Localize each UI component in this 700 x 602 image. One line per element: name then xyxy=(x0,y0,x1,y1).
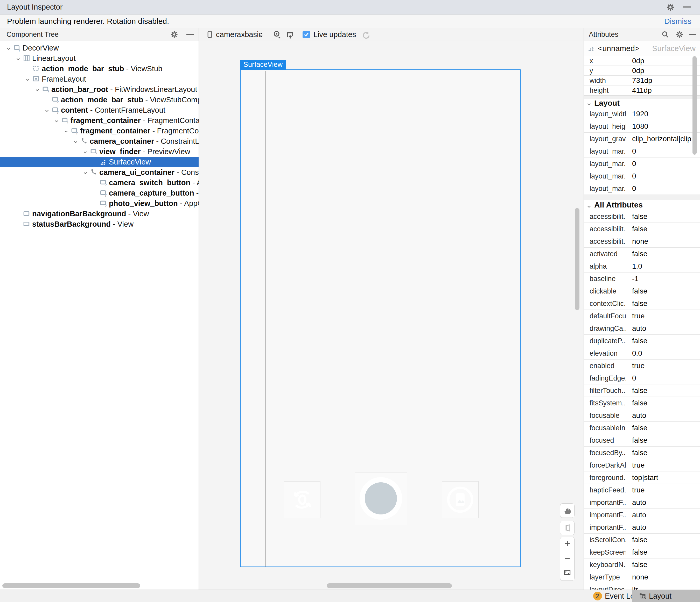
attribute-value[interactable]: 731dp xyxy=(632,76,694,85)
center-horizontal-scrollbar[interactable] xyxy=(327,583,452,588)
attribute-value[interactable]: top|start xyxy=(632,471,694,484)
zoom-fit-button[interactable] xyxy=(564,569,571,578)
tree-row-action_bar_root[interactable]: ?action_bar_root - FitWindowsLinearLayou… xyxy=(0,84,199,95)
tree-expand-chevron-icon[interactable] xyxy=(34,85,42,93)
attribute-value[interactable]: 0 xyxy=(632,372,694,385)
zoom-out-button[interactable] xyxy=(564,554,571,563)
search-icon[interactable] xyxy=(661,30,669,40)
tree-row-statusBarBackground[interactable]: statusBarBackground - View xyxy=(0,219,199,229)
attribute-value[interactable]: false xyxy=(632,546,694,558)
attribute-value[interactable]: true xyxy=(632,360,694,372)
attribute-value[interactable]: clip_horizontal|clip xyxy=(632,133,694,145)
attribute-value[interactable]: none xyxy=(632,571,694,583)
attribute-value[interactable]: ltr xyxy=(632,583,694,590)
attribute-value[interactable]: auto xyxy=(632,521,694,533)
attribute-value[interactable]: auto xyxy=(632,496,694,509)
chevron-down-icon[interactable] xyxy=(258,33,264,40)
section-header-all-attributes[interactable]: All Attributes xyxy=(584,200,700,210)
attribute-value[interactable]: false xyxy=(632,285,694,297)
attribute-value[interactable]: false xyxy=(632,533,694,546)
view-options-eye-icon[interactable] xyxy=(273,30,281,40)
tree-row-camera_ui_container[interactable]: camera_ui_container - Constr xyxy=(0,167,199,178)
tree-expand-chevron-icon[interactable] xyxy=(82,168,90,176)
attribute-value[interactable]: false xyxy=(632,447,694,459)
attribute-value[interactable]: auto xyxy=(632,322,694,335)
tree-gear-icon[interactable] xyxy=(170,30,178,40)
attribute-value[interactable]: 0dp xyxy=(632,56,694,66)
device-view-panel[interactable]: SurfaceView xyxy=(199,41,583,590)
screenshot-capture-icon[interactable] xyxy=(285,30,294,40)
attribute-value[interactable]: -1 xyxy=(632,272,694,285)
tree-expand-chevron-icon[interactable] xyxy=(44,106,52,114)
live-updates-checkbox[interactable] xyxy=(303,31,310,38)
attribute-value[interactable]: 0 xyxy=(632,157,694,170)
tree-row-action_mode_bar_stub[interactable]: ?action_mode_bar_stub - ViewStubCompa xyxy=(0,95,199,105)
attribute-value[interactable]: auto xyxy=(632,509,694,521)
attribute-value[interactable]: 0 xyxy=(632,170,694,182)
tree-row-navigationBarBackground[interactable]: navigationBarBackground - View xyxy=(0,209,199,219)
tree-minimize-icon[interactable] xyxy=(186,34,194,35)
attribute-value[interactable]: 411dp xyxy=(632,85,694,95)
attribute-value[interactable]: false xyxy=(632,223,694,235)
pan-mode-button[interactable] xyxy=(560,503,575,518)
center-vertical-scrollbar[interactable] xyxy=(575,208,579,310)
tree-row-camera_switch_button[interactable]: ?camera_switch_button - A xyxy=(0,178,199,188)
attrs-vertical-scrollbar[interactable] xyxy=(693,56,697,155)
tree-row-SurfaceView[interactable]: SurfaceView xyxy=(0,157,199,167)
attribute-value[interactable]: 0.0 xyxy=(632,347,694,360)
attribute-value[interactable]: false xyxy=(632,210,694,223)
section-header-layout[interactable]: Layout xyxy=(584,99,700,108)
tree-row-FrameLayout[interactable]: FrameLayout xyxy=(0,74,199,84)
tree-row-LinearLayout[interactable]: LinearLayout xyxy=(0,53,199,63)
attribute-value[interactable]: false xyxy=(632,397,694,409)
attribute-value[interactable]: false xyxy=(632,558,694,571)
attribute-value[interactable]: 1920 xyxy=(632,108,694,120)
minimize-icon[interactable] xyxy=(683,6,691,7)
tree-row-fragment_container[interactable]: ?fragment_container - FragmentCon xyxy=(0,126,199,136)
rotate-3d-button[interactable] xyxy=(560,521,575,535)
tree-expand-chevron-icon[interactable] xyxy=(82,148,90,155)
tree-horizontal-scrollbar[interactable] xyxy=(2,583,140,588)
attribute-value[interactable]: true xyxy=(632,459,694,471)
dismiss-link[interactable]: Dismiss xyxy=(664,15,692,28)
attribute-value[interactable]: 1080 xyxy=(632,120,694,133)
tree-expand-chevron-icon[interactable] xyxy=(53,116,61,124)
attribute-value[interactable]: false xyxy=(632,422,694,434)
attrs-minimize-icon[interactable] xyxy=(689,34,696,35)
layout-inspector-tab[interactable]: Layout Inspector xyxy=(632,590,700,602)
attribute-value[interactable]: 1.0 xyxy=(632,260,694,272)
device-screen[interactable] xyxy=(240,70,521,567)
tree-row-DecorView[interactable]: ?DecorView xyxy=(0,43,199,53)
tree-expand-chevron-icon[interactable] xyxy=(73,137,80,145)
attribute-value[interactable]: true xyxy=(632,484,694,496)
tree-row-view_finder[interactable]: ?view_finder - PreviewView xyxy=(0,146,199,157)
tree-expand-chevron-icon[interactable] xyxy=(15,54,23,62)
attrs-gear-icon[interactable] xyxy=(675,30,684,40)
process-select-dropdown[interactable]: cameraxbasic xyxy=(216,28,262,41)
attribute-value[interactable]: 0 xyxy=(632,145,694,157)
attribute-value[interactable]: false xyxy=(632,434,694,447)
refresh-icon[interactable] xyxy=(361,31,370,41)
tree-expand-chevron-icon[interactable] xyxy=(63,127,71,135)
attribute-value[interactable]: false xyxy=(632,385,694,397)
attribute-value[interactable]: 0dp xyxy=(632,66,694,76)
zoom-in-button[interactable] xyxy=(564,540,571,549)
settings-gear-icon[interactable] xyxy=(666,3,675,13)
tree-row-camera_container[interactable]: camera_container - ConstraintLa xyxy=(0,136,199,146)
attribute-value[interactable]: none xyxy=(632,235,694,247)
tree-row-camera_capture_button[interactable]: ?camera_capture_button - A xyxy=(0,188,199,198)
attribute-value[interactable]: false xyxy=(632,335,694,347)
tree-row-content[interactable]: ?content - ContentFrameLayout xyxy=(0,105,199,115)
tree-expand-chevron-icon[interactable] xyxy=(5,44,13,52)
attribute-label: layout_mar... xyxy=(590,182,626,195)
attribute-value[interactable]: true xyxy=(632,310,694,322)
attribute-value[interactable]: false xyxy=(632,247,694,260)
attribute-value[interactable]: 0 xyxy=(632,182,694,195)
tree-expand-chevron-icon[interactable] xyxy=(25,75,32,83)
tree-row-fragment_container[interactable]: ?fragment_container - FragmentContain xyxy=(0,115,199,126)
tree-row-action_mode_bar_stub[interactable]: action_mode_bar_stub - ViewStub xyxy=(0,63,199,74)
attribute-value[interactable]: false xyxy=(632,297,694,310)
tree-row-photo_view_button[interactable]: ?photo_view_button - AppC xyxy=(0,198,199,209)
attribute-value[interactable]: auto xyxy=(632,409,694,422)
view-view-icon: ? xyxy=(100,179,107,186)
